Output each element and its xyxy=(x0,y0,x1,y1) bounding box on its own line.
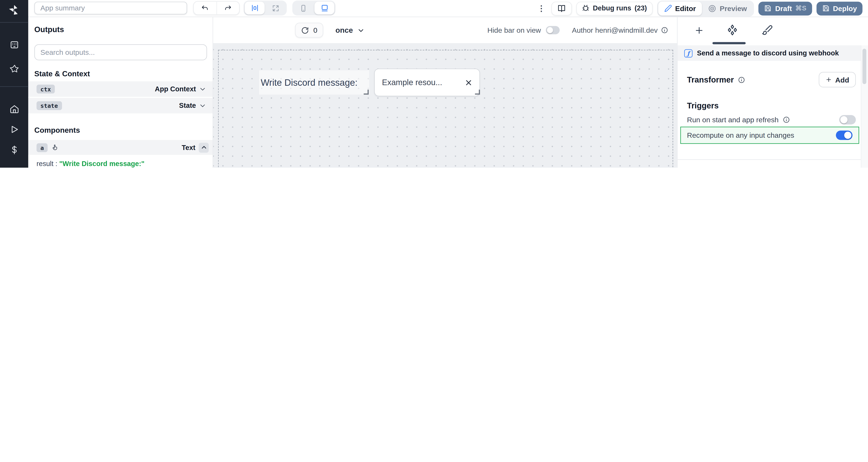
chevron-down-icon[interactable] xyxy=(199,102,206,109)
center-area: 0 once Hide bar on view Author henri@win… xyxy=(213,16,677,168)
info-icon[interactable] xyxy=(738,76,745,83)
component-a-header[interactable]: a Text xyxy=(28,140,213,155)
refresh-icon xyxy=(301,26,309,34)
tab-style-paintbrush-icon[interactable] xyxy=(762,24,773,35)
info-icon[interactable] xyxy=(661,26,668,34)
ctx-badge: ctx xyxy=(37,85,55,94)
hide-bar-label: Hide bar on view xyxy=(487,26,541,34)
state-context-title: State & Context xyxy=(28,60,213,81)
hand-pointer-icon xyxy=(52,144,59,151)
variables-dollar-icon[interactable] xyxy=(9,145,20,155)
resize-handle[interactable] xyxy=(475,90,480,95)
undo-redo-group xyxy=(193,1,240,15)
app-window: ⋮ Debug runs (23) Editor Preview Draft xyxy=(0,0,868,168)
app-summary-input[interactable] xyxy=(34,2,187,14)
collapse-chevron-icon[interactable] xyxy=(199,142,209,153)
tab-add-plus-icon[interactable] xyxy=(694,26,704,36)
chevron-down-icon xyxy=(357,27,364,34)
workspace-icon[interactable] xyxy=(9,40,20,50)
canvas-frame xyxy=(218,50,673,168)
preview-target-icon xyxy=(708,4,716,12)
divider xyxy=(678,159,861,160)
tab-preview[interactable]: Preview xyxy=(702,1,753,15)
draft-button[interactable]: Draft⌘S xyxy=(758,1,812,15)
windmill-logo-icon[interactable] xyxy=(6,3,22,18)
hide-bar-toggle[interactable] xyxy=(546,26,560,34)
state-row[interactable]: state State xyxy=(28,98,213,113)
outputs-title: Outputs xyxy=(28,16,213,34)
components-title: Components xyxy=(28,114,213,138)
runnable-header: ƒ Send a message to discord using webhoo… xyxy=(678,45,861,61)
debug-runs-button[interactable]: Debug runs (23) xyxy=(576,1,652,15)
device-mode-group xyxy=(292,1,336,15)
state-badge: state xyxy=(37,101,62,110)
left-rail xyxy=(0,0,28,168)
info-icon[interactable] xyxy=(782,116,789,124)
outputs-panel: Outputs State & Context ctx App Context … xyxy=(28,16,213,168)
rail-divider xyxy=(0,22,28,23)
clear-x-icon[interactable] xyxy=(465,79,472,86)
center-layout-button[interactable] xyxy=(245,2,265,14)
mobile-view-button[interactable] xyxy=(293,2,313,14)
save-icon xyxy=(764,4,772,12)
function-icon: ƒ xyxy=(684,49,692,57)
refresh-count-button[interactable]: 0 xyxy=(295,23,323,38)
search-outputs-input[interactable] xyxy=(34,44,207,60)
canvas-text-component[interactable]: Write Discord message: xyxy=(259,70,369,95)
more-menu-icon[interactable]: ⋮ xyxy=(536,4,547,13)
pencil-icon xyxy=(664,4,672,12)
docs-button[interactable] xyxy=(551,1,572,15)
runnable-settings-panel: ƒ Send a message to discord using webhoo… xyxy=(677,16,868,168)
fullscreen-button[interactable] xyxy=(266,2,285,14)
ctx-row[interactable]: ctx App Context xyxy=(28,81,213,97)
component-a-props: result : "Write Discord message:" loadin… xyxy=(28,155,213,168)
debug-runs-label: Debug runs xyxy=(593,4,631,12)
author-label: Author henri@windmill.dev xyxy=(572,26,658,34)
panel-content: Transformer Add Triggers Run on start an… xyxy=(678,61,861,168)
rail-divider xyxy=(0,86,28,87)
resize-handle[interactable] xyxy=(364,90,369,95)
tab-editor[interactable]: Editor xyxy=(658,1,702,15)
transformer-row: Transformer Add xyxy=(687,72,856,87)
run-on-start-row: Run on start and app refresh xyxy=(687,115,856,125)
layout-mode-group xyxy=(244,1,287,15)
favorites-star-icon[interactable] xyxy=(9,64,20,74)
app-canvas[interactable]: Write Discord message: Example resou... … xyxy=(213,43,677,168)
canvas-resource-select[interactable]: Example resou... xyxy=(374,69,480,96)
deploy-button[interactable]: Deploy xyxy=(816,1,863,15)
chevron-down-icon[interactable] xyxy=(199,86,206,92)
recompute-toggle[interactable] xyxy=(836,131,852,140)
interval-dropdown[interactable]: once xyxy=(336,23,364,38)
panel-scrollbar[interactable] xyxy=(861,45,868,168)
runs-play-icon[interactable] xyxy=(9,125,20,134)
triggers-title: Triggers xyxy=(687,101,856,110)
canvas-toolbar: 0 once Hide bar on view Author henri@win… xyxy=(213,16,677,43)
desktop-view-button[interactable] xyxy=(314,2,334,14)
undo-button[interactable] xyxy=(194,2,216,14)
bug-icon xyxy=(582,4,590,12)
run-on-start-toggle[interactable] xyxy=(839,115,856,125)
topbar: ⋮ Debug runs (23) Editor Preview Draft xyxy=(28,0,868,17)
active-tab-underline xyxy=(712,42,746,44)
add-transformer-button[interactable]: Add xyxy=(818,72,856,87)
home-icon[interactable] xyxy=(9,104,20,114)
editor-preview-toggle: Editor Preview xyxy=(657,0,754,16)
topbar-right-cluster: ⋮ Debug runs (23) Editor Preview Draft xyxy=(536,0,863,16)
recompute-row: Recompute on any input changes xyxy=(680,127,859,144)
redo-button[interactable] xyxy=(216,2,239,14)
debug-runs-count: (23) xyxy=(634,4,647,12)
tab-components-diamonds-icon[interactable] xyxy=(726,24,739,36)
save-icon xyxy=(822,4,830,12)
